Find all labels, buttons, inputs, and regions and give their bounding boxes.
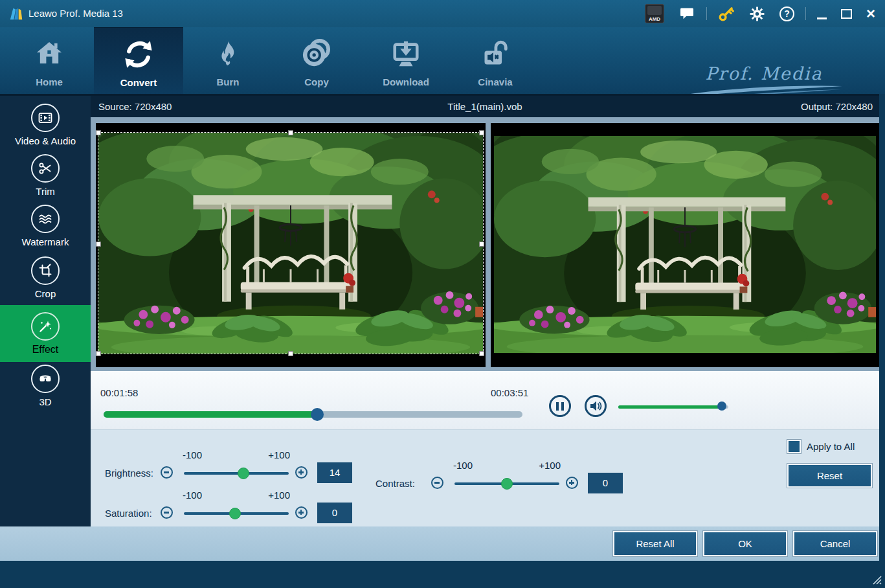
nav-tab-convert[interactable]: Convert (94, 27, 183, 94)
brightness-thumb[interactable] (238, 468, 249, 479)
crop-icon (31, 256, 60, 285)
nav-label: Convert (120, 77, 157, 88)
sidebar-label: Video & Audio (15, 135, 76, 146)
nav-label: Copy (304, 76, 329, 87)
saturation-row: Saturation: -100 +100 0 (104, 489, 355, 526)
contrast-increase-button[interactable] (566, 477, 578, 489)
selection-handle-nw[interactable] (96, 130, 101, 135)
selection-handle-e[interactable] (479, 242, 484, 247)
seek-thumb[interactable] (311, 408, 324, 421)
nav-label: Burn (217, 76, 240, 87)
convert-icon (122, 38, 155, 71)
pause-button[interactable] (549, 395, 571, 417)
contrast-thumb[interactable] (501, 478, 513, 490)
cancel-button[interactable]: Cancel (793, 531, 877, 556)
nav-label: Download (383, 76, 429, 87)
reset-all-button[interactable]: Reset All (613, 531, 697, 556)
amd-overlay-badge[interactable]: AMD (638, 0, 671, 27)
reset-button[interactable]: Reset (787, 464, 872, 488)
volume-button[interactable] (585, 395, 607, 417)
cinavia-lock-icon (478, 37, 512, 71)
sidebar-item-video-audio[interactable]: Video & Audio (0, 104, 91, 146)
saturation-decrease-button[interactable] (161, 506, 173, 519)
brand-text: Prof. Media (680, 63, 848, 84)
video-info-bar: Source: 720x480 Title_1(main).vob Output… (91, 94, 879, 117)
download-icon (389, 37, 423, 71)
window-title: Leawo Prof. Media 13 (28, 0, 123, 27)
contrast-decrease-button[interactable] (431, 477, 443, 489)
nav-tab-burn[interactable]: Burn (192, 27, 263, 94)
selection-handle-s[interactable] (288, 351, 293, 356)
nav-label: Cinavia (478, 76, 512, 87)
saturation-thumb[interactable] (229, 508, 241, 519)
brightness-increase-button[interactable] (295, 466, 308, 479)
contrast-slider[interactable]: -100 +100 (454, 459, 559, 497)
contrast-label: Contrast: (375, 478, 415, 489)
maximize-button[interactable] (834, 0, 859, 27)
nav-tab-cinavia[interactable]: Cinavia (460, 27, 531, 94)
selection-handle-sw[interactable] (96, 351, 101, 356)
sidebar-item-crop[interactable]: Crop (0, 256, 91, 299)
feedback-bubble-icon[interactable] (671, 0, 702, 27)
home-icon (32, 37, 66, 71)
saturation-value: 0 (317, 503, 352, 523)
app-logo-icon (8, 6, 24, 21)
slider-max-label: +100 (268, 490, 290, 501)
settings-gear-icon[interactable] (742, 0, 772, 27)
sidebar-item-trim[interactable]: Trim (0, 154, 91, 197)
sidebar-label: Trim (36, 186, 54, 197)
apply-to-all-checkbox[interactable] (787, 440, 801, 453)
saturation-slider[interactable]: -100 +100 (184, 489, 289, 526)
sidebar-item-effect[interactable]: Effect (0, 305, 91, 362)
selection-handle-n[interactable] (288, 130, 293, 135)
window-right-edge (879, 94, 885, 561)
help-icon[interactable]: ? (772, 0, 801, 27)
apply-to-all-wrap: Apply to All (787, 440, 855, 453)
sidebar-item-watermark[interactable]: Watermark (0, 205, 91, 247)
ok-button[interactable]: OK (703, 531, 787, 556)
resize-grip[interactable] (871, 574, 882, 585)
register-key-icon[interactable] (711, 0, 742, 27)
selection-handle-se[interactable] (479, 351, 484, 356)
saturation-increase-button[interactable] (295, 506, 308, 519)
tool-sidebar: Video & Audio Trim Watermar (0, 94, 91, 526)
minimize-button[interactable] (810, 0, 834, 27)
contrast-value: 0 (588, 473, 623, 493)
nav-tab-home[interactable]: Home (14, 27, 85, 94)
volume-slider[interactable] (618, 403, 728, 409)
slider-max-label: +100 (268, 449, 290, 460)
brightness-slider[interactable]: -100 +100 (184, 449, 289, 486)
titlebar-separator (706, 7, 707, 20)
3d-glasses-icon (31, 365, 60, 393)
film-icon (31, 104, 60, 132)
brightness-label: Brightness: (105, 468, 153, 479)
speaker-icon (588, 399, 603, 413)
brightness-row: Brightness: -100 +100 14 (104, 449, 355, 486)
footer-bar: Reset All OK Cancel (0, 526, 885, 561)
selection-handle-ne[interactable] (479, 130, 484, 135)
seek-progress-fill (104, 411, 317, 418)
volume-thumb[interactable] (717, 401, 726, 411)
sidebar-label: 3D (39, 396, 51, 407)
close-button[interactable]: × (859, 0, 882, 27)
brightness-decrease-button[interactable] (161, 466, 173, 479)
output-preview (491, 123, 879, 367)
effect-controls: Brightness: -100 +100 14 Contrast: -100 … (91, 429, 879, 526)
total-time: 00:03:51 (491, 387, 528, 398)
brightness-value: 14 (317, 462, 352, 483)
apply-to-all-label: Apply to All (807, 441, 855, 452)
video-title: Title_1(main).vob (91, 96, 879, 117)
selection-handle-w[interactable] (96, 242, 101, 247)
help-glyph: ? (784, 8, 790, 19)
contrast-row: Contrast: -100 +100 0 (374, 459, 625, 497)
app-window: Leawo Prof. Media 13 AMD (0, 0, 885, 588)
selection-rectangle (98, 132, 484, 354)
brightness-track[interactable] (184, 472, 289, 475)
main-nav: Home Convert Burn (0, 27, 885, 94)
sidebar-item-3d[interactable]: 3D (0, 365, 91, 407)
source-preview (96, 123, 486, 367)
nav-tab-download[interactable]: Download (370, 27, 442, 94)
seek-slider[interactable] (104, 411, 522, 418)
nav-label: Home (36, 76, 63, 87)
nav-tab-copy[interactable]: Copy (281, 27, 352, 94)
